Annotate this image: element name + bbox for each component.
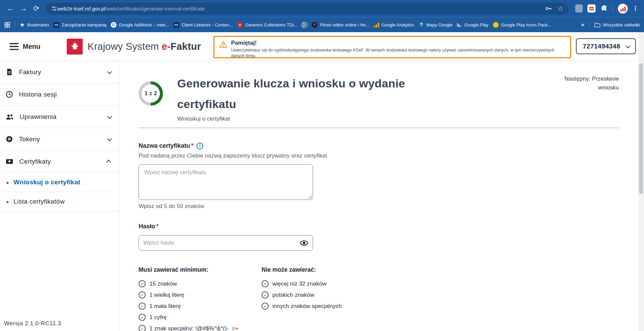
all-bookmarks-button[interactable]: Wszystkie zakładki [594,22,640,28]
folder-icon [594,22,601,28]
rule-item: ✓1 wielką literę [139,291,262,298]
bookmark-item[interactable]: Google Play Icons Pack... [493,22,552,28]
bookmark-label: Google Play Icons Pack... [501,22,552,27]
check-circle-icon: ✓ [262,280,269,287]
sidebar-subitem-label: Lista certyfikatów [14,198,65,205]
reload-button[interactable]: ⟳ [30,2,43,15]
poland-eagle-icon [67,39,83,55]
sidebar-item-label: Historia sesji [19,91,57,98]
cert-name-label: Nazwa certyfikatu [139,142,190,149]
bookmark-item[interactable] [302,22,307,28]
cert-name-input[interactable] [139,164,313,200]
all-bookmarks-label: Wszystkie zakładki [603,22,640,27]
bookmark-item[interactable]: ★Bookmarks [20,21,49,28]
bookmarks-divider [589,21,589,28]
rule-item: ✓polskich znaków [262,291,342,298]
next-step-hint: Następny: Przesłanie wniosku [555,75,619,122]
clock-icon [5,90,13,98]
back-button[interactable]: ← [4,2,17,15]
show-password-eye-icon[interactable] [300,239,308,247]
sidebar-subitem-wnioskuj-o-certyfikat[interactable]: ▸ Wnioskuj o certyfikat [0,173,119,192]
sidebar-subitem-lista-certyfikatow[interactable]: ▸ Lista certyfikatów [0,192,119,211]
bookmark-star-icon[interactable]: ☆ [558,5,563,13]
chevron-down-icon [107,114,112,119]
apps-grid-icon[interactable] [4,22,11,28]
bookmark-item[interactable]: PPhoto editor online / fre... [312,22,369,28]
sidebar-item-label: Certyfikaty [19,158,51,165]
site-settings-icon[interactable] [51,5,57,12]
warning-body: Uwierzytelniasz się do ogólnodostępnego … [231,47,563,59]
brand-logo[interactable]: Krajowy System e-Faktur [67,39,201,55]
sidebar-item-label: Tokeny [19,136,40,143]
bookmark-item[interactable]: Mapy Google [419,22,453,28]
bookmark-item[interactable]: eGenerics Collections TDi... [237,22,297,28]
hamburger-icon [9,43,19,50]
sidebar-item-historia-sesji[interactable]: Historia sesji [0,83,119,106]
page-scrollbar[interactable] [638,32,644,331]
bookmarks-bar: ★Bookmarks intZarządzanie kampanią GGoog… [0,17,644,32]
password-input[interactable] [143,240,300,246]
bookmark-label: Google AdWords – inter... [119,22,169,27]
brand-title: Krajowy System e-Faktur [87,41,201,52]
e-icon: e [237,22,243,28]
warning-triangle-icon [219,40,227,55]
bookmark-item[interactable]: Google.Play [457,22,489,27]
password-key-icon[interactable] [545,5,552,12]
toolbar-divider [613,5,613,12]
required-asterisk: * [156,223,159,230]
rule-item: ✓1 mała literę [139,303,262,310]
analytics-icon [374,22,379,27]
page-subtitle: Wnioskuj o certyfikat [177,116,555,122]
theme-extension-icon[interactable] [587,4,596,13]
bookmark-item[interactable]: GGoogle AdWords – inter... [111,22,169,28]
extension-icon[interactable] [575,4,583,13]
url-bar[interactable]: web2tr-ksef.mf.gov.pl/web/certificates/g… [46,3,568,15]
bookmark-label: Google.Play [464,22,489,27]
chevron-down-icon [107,69,112,74]
bookmark-label: Zarządzanie kampanią [62,22,106,27]
token-icon [5,135,13,143]
warning-banner: Pamiętaj! Uwierzytelniasz się do ogólnod… [213,36,571,58]
forward-button[interactable]: → [17,2,30,15]
app-header: Menu Krajowy System e-Faktur Pamiętaj! U… [0,32,644,61]
chrome-menu-icon[interactable]: ⋮ [632,5,639,12]
bookmarks-divider [15,21,15,28]
menu-label: Menu [23,43,40,50]
bookmark-label: Client Libraries - Conten... [182,22,233,27]
bookmark-item[interactable]: Google Analytics [374,22,414,27]
triangle-right-icon: ▸ [7,199,9,204]
rule-item: ✓15 znaków [139,280,262,287]
bookmark-item[interactable]: intClient Libraries - Conten... [173,22,233,28]
profile-avatar[interactable] [618,4,628,14]
check-circle-icon: ✓ [262,303,269,310]
sidebar-item-label: Faktury [19,68,41,76]
extensions-puzzle-icon[interactable] [600,5,608,13]
bookmark-label: Google Analytics [381,22,414,27]
check-circle-icon: ✓ [139,280,146,287]
bookmark-item[interactable]: intZarządzanie kampanią [54,22,106,28]
org-nip-value: 7271494348 [583,43,620,50]
chevron-down-icon [107,136,112,141]
sidebar-item-tokeny[interactable]: Tokeny [0,128,119,150]
globe-icon [302,22,307,28]
sidebar-item-faktury[interactable]: Faktury [0,61,119,83]
sidebar-item-uprawnienia[interactable]: Uprawnienia [0,106,119,128]
required-asterisk: * [191,142,193,149]
bookmark-label: Mapy Google [427,22,453,27]
password-label: Hasło [139,223,155,230]
info-icon[interactable]: i [196,143,203,149]
warning-title: Pamiętaj! [231,40,563,46]
bookmarks-overflow-button[interactable]: » [581,21,584,28]
scrollbar-thumb[interactable] [639,63,643,194]
chevron-down-icon [625,43,630,48]
play-icon [457,23,462,27]
sidebar-item-certyfikaty[interactable]: Certyfikaty [0,150,119,173]
app-version: Wersja 2.1.0-RC11.3 [4,320,61,327]
sidebar: Faktury Historia sesji Uprawnienia Token… [0,61,119,331]
cert-name-description: Pod nadaną przez Ciebie nazwą zapiszemy … [139,152,619,159]
main-content: 1 z 2 Generowanie klucza i wniosku o wyd… [119,61,644,331]
check-circle-icon: ✓ [139,314,146,321]
org-switcher[interactable]: 7271494348 [576,38,636,54]
bookmark-label: Generics Collections TDi... [245,22,297,27]
menu-button[interactable]: Menu [9,43,40,50]
